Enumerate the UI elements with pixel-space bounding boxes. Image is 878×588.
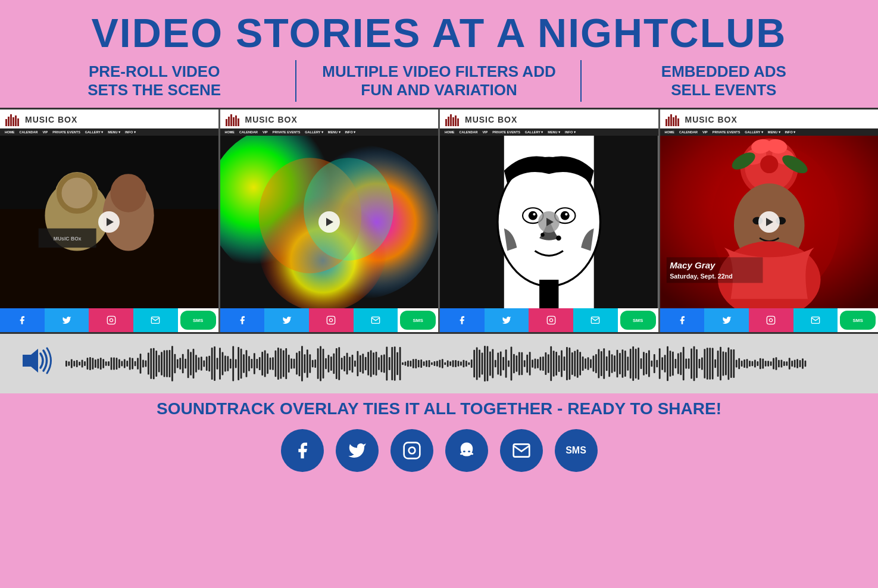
svg-marker-84 <box>23 349 38 373</box>
svg-rect-56 <box>547 317 555 324</box>
svg-rect-185 <box>330 356 332 371</box>
svg-rect-238 <box>471 359 473 368</box>
ig-button-1[interactable] <box>89 308 133 332</box>
svg-rect-149 <box>235 359 237 368</box>
svg-rect-253 <box>511 346 513 380</box>
svg-rect-252 <box>508 360 510 367</box>
music-box-logo-4 <box>665 113 682 126</box>
logo-text-4: MUSIC BOX <box>685 115 738 124</box>
screen-4-nav: HOME CALENDAR VIP PRIVATE EVENTS GALLERY… <box>660 129 879 136</box>
svg-rect-126 <box>174 354 176 373</box>
svg-rect-193 <box>352 355 354 373</box>
svg-rect-312 <box>667 346 668 381</box>
svg-rect-107 <box>124 359 126 368</box>
svg-rect-116 <box>148 352 149 374</box>
fb-button-3[interactable] <box>440 308 485 332</box>
em-button-4[interactable] <box>793 308 838 332</box>
fb-button-4[interactable] <box>660 308 705 332</box>
svg-rect-262 <box>535 358 536 368</box>
svg-rect-35 <box>450 114 452 126</box>
svg-rect-201 <box>373 352 374 375</box>
sms-button-4[interactable]: SMS <box>840 311 876 330</box>
ig-button-4[interactable] <box>749 308 793 332</box>
play-button-3[interactable] <box>538 211 560 233</box>
svg-rect-268 <box>550 346 552 381</box>
tw-button-4[interactable] <box>704 308 749 332</box>
subtitle-1: PRE-ROLL VIDEO SETS THE SCENE <box>24 62 285 99</box>
svg-rect-205 <box>383 354 385 373</box>
share-sms-button[interactable]: SMS <box>555 429 598 472</box>
svg-rect-183 <box>325 358 327 368</box>
subtitle-3: EMBEDDED ADS SELL EVENTS <box>593 62 854 99</box>
svg-rect-336 <box>730 349 732 378</box>
svg-rect-283 <box>590 359 592 368</box>
svg-rect-263 <box>537 359 539 368</box>
sms-button-2[interactable]: SMS <box>400 311 436 330</box>
fb-button-1[interactable] <box>0 308 45 332</box>
svg-rect-231 <box>452 360 454 367</box>
ig-button-2[interactable] <box>309 308 354 332</box>
screen-1-nav: HOME CALENDAR VIP PRIVATE EVENTS GALLERY… <box>0 129 218 136</box>
subtitle-2: MULTIPLE VIDEO FILTERS ADD FUN AND VARIA… <box>308 62 569 99</box>
svg-rect-289 <box>606 356 608 371</box>
play-button-1[interactable] <box>98 211 120 233</box>
tw-button-2[interactable] <box>264 308 309 332</box>
sms-button-3[interactable]: SMS <box>620 311 656 330</box>
svg-rect-176 <box>307 349 308 377</box>
svg-rect-22 <box>233 117 235 126</box>
svg-rect-187 <box>336 348 338 379</box>
svg-rect-215 <box>410 361 412 367</box>
svg-rect-257 <box>521 352 523 375</box>
svg-rect-214 <box>407 360 409 366</box>
em-button-2[interactable] <box>354 308 398 332</box>
em-button-1[interactable] <box>133 308 178 332</box>
screen-1-social: SMS <box>0 308 218 332</box>
share-twitter-button[interactable] <box>336 429 379 472</box>
share-snapchat-button[interactable] <box>445 429 488 472</box>
em-button-3[interactable] <box>573 308 618 332</box>
svg-rect-340 <box>741 361 743 367</box>
svg-rect-242 <box>482 352 483 374</box>
svg-rect-160 <box>264 350 266 377</box>
svg-rect-123 <box>166 350 168 377</box>
svg-point-51 <box>533 213 535 215</box>
svg-rect-174 <box>301 346 303 381</box>
svg-rect-197 <box>362 354 364 374</box>
svg-rect-159 <box>261 352 263 376</box>
svg-point-55 <box>540 233 544 236</box>
svg-rect-100 <box>105 361 107 365</box>
play-button-4[interactable] <box>758 211 780 233</box>
svg-rect-251 <box>505 349 507 377</box>
fb-button-2[interactable] <box>220 308 265 332</box>
svg-rect-206 <box>386 346 388 380</box>
share-facebook-button[interactable] <box>281 429 324 472</box>
svg-rect-240 <box>476 347 478 380</box>
svg-rect-113 <box>140 354 142 373</box>
svg-rect-328 <box>709 348 711 380</box>
svg-rect-256 <box>518 352 520 375</box>
tw-button-1[interactable] <box>45 308 89 332</box>
svg-rect-124 <box>169 350 171 377</box>
svg-rect-271 <box>558 355 560 372</box>
share-instagram-button[interactable] <box>390 429 433 472</box>
svg-rect-288 <box>603 348 605 379</box>
play-button-2[interactable] <box>318 211 340 233</box>
sms-button-1[interactable]: SMS <box>180 311 216 330</box>
tw-button-3[interactable] <box>485 308 529 332</box>
svg-rect-270 <box>555 352 557 376</box>
svg-rect-355 <box>781 359 783 367</box>
svg-rect-33 <box>445 119 447 126</box>
svg-rect-53 <box>539 280 558 308</box>
svg-rect-346 <box>757 361 758 366</box>
svg-rect-23 <box>235 115 237 126</box>
svg-rect-275 <box>569 348 571 380</box>
svg-rect-301 <box>638 348 639 380</box>
share-email-button[interactable] <box>500 429 543 472</box>
svg-rect-277 <box>574 351 576 376</box>
svg-rect-321 <box>690 348 692 379</box>
svg-rect-90 <box>79 361 80 365</box>
svg-point-30 <box>304 158 393 260</box>
svg-rect-172 <box>296 352 298 374</box>
svg-point-72 <box>760 155 778 173</box>
ig-button-3[interactable] <box>529 308 573 332</box>
